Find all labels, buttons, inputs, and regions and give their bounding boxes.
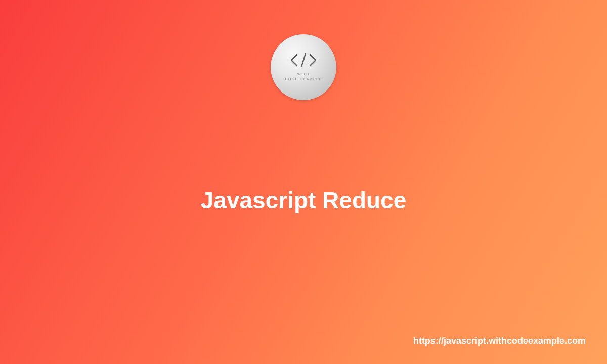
- logo-text-line1: WITH: [285, 72, 322, 77]
- page-title: Javascript Reduce: [201, 187, 407, 214]
- logo-container: WITH CODE EXAMPLE: [271, 34, 336, 100]
- logo-text: WITH CODE EXAMPLE: [285, 72, 322, 82]
- code-slash-icon: [290, 53, 317, 68]
- site-url: https://javascript.withcodeexample.com: [413, 336, 586, 346]
- logo-circle: WITH CODE EXAMPLE: [271, 34, 336, 100]
- logo-text-line2: CODE EXAMPLE: [285, 77, 322, 82]
